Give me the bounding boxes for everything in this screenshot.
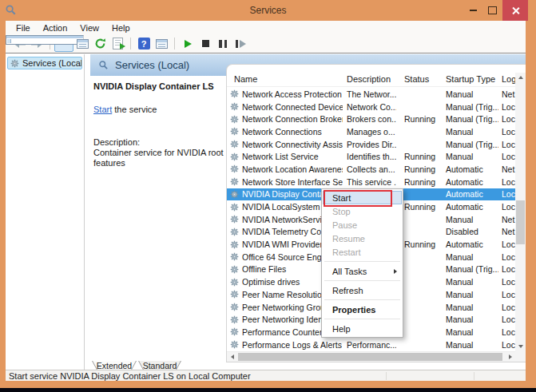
service-gear-icon	[230, 240, 239, 249]
cell-log-on-as: Loc	[498, 277, 515, 287]
cell-name: Network Connections	[227, 127, 343, 137]
service-name: Optimise drives	[242, 277, 300, 287]
cell-description: Network Co...	[343, 102, 396, 112]
column-header-log-on-as[interactable]: Log	[498, 74, 515, 84]
help-icon[interactable]: ?	[135, 36, 153, 52]
cell-description: Brokers con...	[343, 114, 396, 124]
cell-startup-type: Manual	[438, 152, 498, 161]
table-row[interactable]: Network Connections Manages o... Manual …	[227, 125, 515, 138]
cell-description: Collects an...	[343, 164, 396, 174]
services-window: Services File Action View Help	[0, 0, 536, 388]
column-header-status[interactable]: Status	[396, 74, 438, 84]
table-row[interactable]: Network Store Interface Ser... This serv…	[227, 176, 515, 188]
cell-startup-type: Automatic	[438, 164, 498, 174]
refresh-icon[interactable]	[91, 36, 109, 52]
close-button[interactable]	[502, 0, 528, 21]
service-gear-icon	[230, 303, 239, 311]
scroll-up-icon[interactable]	[515, 73, 526, 82]
restart-service-icon[interactable]	[232, 36, 249, 52]
show-action-pane-icon[interactable]	[153, 36, 170, 52]
context-menu-item-properties[interactable]: Properties	[323, 303, 402, 316]
start-service-line: Start the service	[93, 105, 228, 115]
restart-step-icon	[236, 40, 246, 48]
stop-service-icon[interactable]	[197, 36, 214, 52]
cell-log-on-as: Loc	[498, 240, 515, 249]
export-list-icon[interactable]	[109, 36, 126, 52]
pause-bars-icon	[219, 40, 227, 48]
cell-log-on-as: Loc	[498, 252, 515, 262]
cell-name: Network Store Interface Ser...	[227, 177, 343, 187]
column-header-startup-type[interactable]: Startup Type	[438, 74, 498, 84]
question-mark-icon: ?	[138, 38, 150, 49]
pane-header-title: Services (Local)	[115, 59, 189, 71]
table-row[interactable]: Network Location Awareness Collects an..…	[227, 163, 515, 176]
service-gear-icon	[230, 278, 239, 287]
cell-startup-type: Manual	[438, 327, 498, 337]
service-name: Network Store Interface Ser...	[242, 177, 343, 187]
table-row[interactable]: Performance Logs & Alerts Performanc... …	[227, 339, 515, 351]
menu-file[interactable]: File	[10, 22, 37, 34]
menu-item-label: Pause	[332, 220, 357, 230]
cell-startup-type: Manual (Trig...	[438, 140, 498, 149]
cell-log-on-as: Net	[498, 227, 515, 236]
tree-item-services-local[interactable]: Services (Local)	[7, 57, 82, 69]
column-header-description[interactable]: Description	[343, 74, 396, 84]
cell-description: Provides Dir...	[343, 140, 396, 149]
menu-help[interactable]: Help	[105, 22, 137, 34]
minimize-icon	[470, 10, 477, 11]
pause-service-icon[interactable]	[214, 36, 232, 52]
horizontal-scrollbar[interactable]	[227, 351, 515, 362]
cell-log-on-as: Loc	[498, 202, 515, 212]
service-name: Network Connection Broker	[242, 114, 343, 124]
selected-service-title: NVIDIA Display Container LS	[93, 81, 228, 92]
service-gear-icon	[230, 203, 239, 212]
scroll-right-icon[interactable]	[505, 352, 515, 362]
menu-separator	[324, 261, 400, 262]
scroll-left-icon[interactable]	[227, 352, 237, 362]
menu-item-label: Refresh	[332, 286, 363, 295]
table-row[interactable]: Network List Service Identifies th... Ru…	[227, 150, 515, 163]
menu-view[interactable]: View	[73, 22, 105, 34]
vertical-scrollbar[interactable]	[515, 73, 526, 351]
description-label: Description:	[93, 137, 228, 148]
menu-separator	[324, 280, 400, 281]
table-row[interactable]: Network Connected Device... Network Co..…	[227, 101, 515, 113]
start-service-link[interactable]: Start	[93, 105, 112, 114]
menu-action[interactable]: Action	[37, 22, 74, 34]
cell-startup-type: Manual	[438, 277, 498, 287]
extended-info-pane: NVIDIA Display Container LS Start the se…	[93, 79, 228, 168]
menu-item-label: Help	[332, 324, 351, 334]
cell-log-on-as: Net	[498, 215, 515, 224]
column-header-name[interactable]: Name	[227, 74, 343, 84]
cell-startup-type: Manual (Trig...	[438, 102, 498, 112]
window-lines-icon	[77, 39, 89, 49]
horizontal-scroll-thumb[interactable]	[238, 353, 502, 361]
toolbar-separator	[174, 38, 175, 49]
vertical-scroll-thumb[interactable]	[516, 200, 525, 244]
context-menu-item-refresh[interactable]: Refresh	[323, 283, 402, 297]
services-pane: Services (Local) NVIDIA Display Containe…	[90, 54, 526, 370]
service-gear-icon	[230, 140, 239, 148]
table-row[interactable]: Network Access Protection ... The Networ…	[227, 88, 515, 101]
show-console-tree-icon[interactable]	[54, 35, 73, 52]
cell-status: Running	[396, 114, 438, 124]
start-service-icon[interactable]	[179, 36, 197, 52]
cell-log-on-as: Loc	[498, 303, 515, 312]
minimize-button[interactable]	[464, 0, 482, 21]
table-row[interactable]: Network Connectivity Assis... Provides D…	[227, 138, 515, 151]
description-text: Container service for NVIDIA root featur…	[93, 148, 228, 168]
cell-log-on-as: Loc	[498, 140, 515, 149]
scroll-down-icon[interactable]	[515, 342, 526, 351]
console-content: Services (Local) Services (Local) NVIDIA…	[6, 53, 526, 370]
service-gear-icon	[230, 164, 239, 173]
menu-item-label: Stop	[332, 207, 351, 216]
cell-log-on-as: Loc	[498, 264, 515, 274]
cell-startup-type: Automatic	[438, 240, 498, 249]
context-menu-item-all-tasks[interactable]: All Tasks	[323, 264, 402, 278]
cell-startup-type: Manual	[438, 315, 498, 324]
maximize-icon	[488, 6, 497, 14]
table-row[interactable]: Network Connection Broker Brokers con...…	[227, 113, 515, 125]
cell-log-on-as: Loc	[498, 189, 515, 199]
maximize-button[interactable]	[482, 0, 502, 21]
context-menu-item-help[interactable]: Help	[323, 322, 402, 335]
